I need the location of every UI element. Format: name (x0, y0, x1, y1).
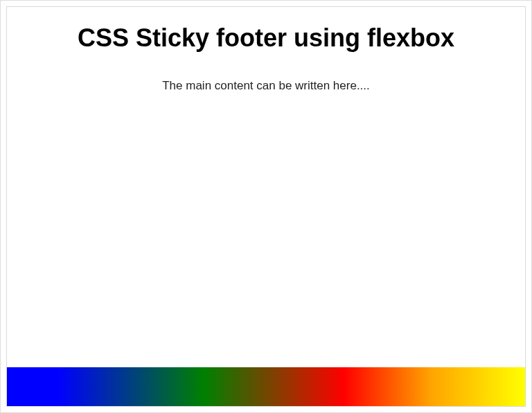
content-text: The main content can be written here.... (14, 79, 518, 93)
main-content: The main content can be written here.... (7, 60, 525, 367)
layout-container: CSS Sticky footer using flexbox The main… (6, 6, 526, 407)
sticky-footer (7, 367, 525, 406)
page-wrapper: CSS Sticky footer using flexbox The main… (0, 0, 532, 413)
page-header: CSS Sticky footer using flexbox (7, 7, 525, 60)
page-title: CSS Sticky footer using flexbox (14, 24, 518, 53)
